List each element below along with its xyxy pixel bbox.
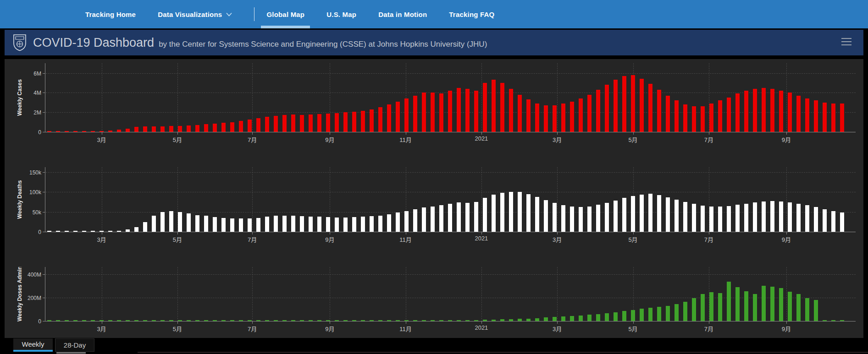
bar[interactable] [91, 320, 95, 321]
bar[interactable] [126, 320, 130, 321]
bar[interactable] [701, 294, 705, 321]
bar[interactable] [204, 216, 208, 232]
bar[interactable] [108, 131, 112, 132]
bar[interactable] [152, 216, 156, 232]
bar[interactable] [657, 90, 661, 132]
bar[interactable] [788, 93, 792, 132]
bar[interactable] [518, 95, 522, 132]
bar[interactable] [753, 294, 757, 321]
bar[interactable] [335, 113, 339, 132]
bar[interactable] [82, 231, 86, 232]
bar[interactable] [779, 288, 783, 321]
bar[interactable] [701, 106, 705, 132]
bar[interactable] [701, 206, 705, 232]
bar[interactable] [483, 320, 487, 321]
bar[interactable] [213, 320, 217, 321]
bar[interactable] [465, 89, 470, 132]
bar[interactable] [169, 320, 173, 321]
bar[interactable] [352, 112, 356, 132]
bar[interactable] [100, 231, 104, 232]
bar[interactable] [439, 205, 443, 232]
bar[interactable] [300, 216, 304, 232]
bar[interactable] [596, 205, 600, 232]
bar[interactable] [692, 298, 696, 321]
bar[interactable] [448, 91, 452, 132]
bar[interactable] [718, 100, 722, 132]
bar[interactable] [248, 320, 252, 321]
bar[interactable] [570, 207, 574, 232]
bar[interactable] [614, 80, 618, 132]
bar[interactable] [265, 217, 269, 232]
bar[interactable] [169, 211, 173, 232]
bar[interactable] [309, 217, 313, 232]
bar[interactable] [814, 300, 818, 321]
nav-data-visualizations[interactable]: Data Visualizations [158, 0, 232, 28]
bar[interactable] [579, 316, 583, 321]
bar[interactable] [666, 96, 670, 132]
bar[interactable] [553, 105, 557, 132]
bar[interactable] [674, 200, 679, 232]
bar[interactable] [309, 320, 313, 321]
bar[interactable] [692, 204, 696, 232]
bar[interactable] [265, 320, 269, 321]
bar[interactable] [187, 213, 191, 232]
bar[interactable] [648, 194, 652, 232]
bar[interactable] [352, 217, 356, 232]
bar[interactable] [361, 111, 365, 132]
bar[interactable] [674, 304, 679, 321]
bar[interactable] [178, 126, 182, 132]
bar[interactable] [134, 127, 138, 132]
bar[interactable] [788, 202, 792, 232]
bar[interactable] [805, 98, 809, 132]
bar[interactable] [439, 93, 443, 132]
bar[interactable] [178, 320, 182, 321]
bar[interactable] [570, 316, 574, 321]
bar[interactable] [274, 216, 278, 232]
nav-data-in-motion[interactable]: Data in Motion [378, 0, 427, 28]
bar[interactable] [230, 218, 234, 232]
bar[interactable] [605, 203, 609, 232]
bar[interactable] [805, 205, 809, 232]
bar[interactable] [561, 316, 565, 321]
bar[interactable] [73, 320, 77, 321]
bar[interactable] [56, 231, 60, 232]
bar[interactable] [108, 320, 112, 321]
bar[interactable] [274, 116, 278, 132]
bar[interactable] [422, 93, 426, 132]
bar[interactable] [518, 319, 522, 321]
bar[interactable] [587, 207, 592, 232]
bar[interactable] [126, 129, 130, 132]
bar[interactable] [683, 302, 687, 321]
bar[interactable] [605, 85, 609, 132]
bar[interactable] [718, 293, 722, 321]
bar[interactable] [492, 195, 496, 232]
bar[interactable] [727, 282, 731, 321]
bar[interactable] [396, 102, 400, 132]
bar[interactable] [823, 103, 827, 132]
bar[interactable] [692, 106, 696, 132]
bar[interactable] [73, 231, 77, 232]
bar[interactable] [553, 317, 557, 321]
bar[interactable] [814, 100, 818, 132]
bar[interactable] [823, 209, 827, 232]
bar[interactable] [587, 315, 592, 321]
bar[interactable] [326, 217, 330, 232]
bar[interactable] [187, 125, 191, 132]
bar[interactable] [770, 287, 774, 321]
bar[interactable] [413, 320, 417, 321]
bar[interactable] [370, 320, 374, 321]
bar[interactable] [526, 99, 531, 132]
bar[interactable] [422, 320, 426, 321]
bar[interactable] [91, 131, 95, 132]
bar[interactable] [134, 227, 138, 232]
bar[interactable] [631, 75, 635, 132]
bar[interactable] [526, 319, 531, 321]
bar[interactable] [535, 103, 539, 132]
bar[interactable] [56, 131, 60, 132]
bar[interactable] [221, 218, 226, 232]
nav-us-map[interactable]: U.S. Map [326, 0, 356, 28]
bar[interactable] [82, 320, 86, 321]
bar[interactable] [831, 211, 835, 232]
bar[interactable] [100, 320, 104, 321]
bar[interactable] [474, 202, 478, 232]
